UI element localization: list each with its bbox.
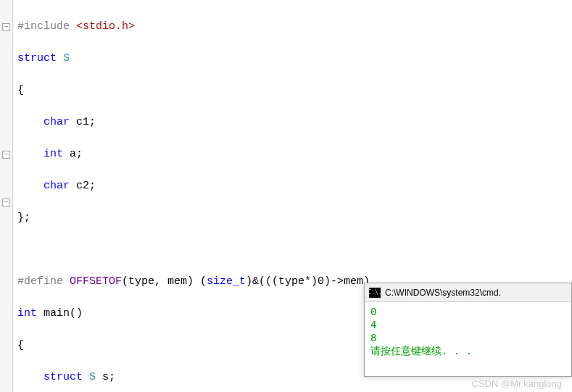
struct-type: S (83, 371, 96, 383)
macro-name: OFFSETOF (63, 275, 122, 288)
define-directive: #define (17, 275, 63, 288)
include-header: <stdio.h> (70, 20, 135, 33)
watermark: CSDN @Mr.kanglong (472, 378, 562, 389)
brace-open: { (17, 83, 572, 99)
int-keyword: int (17, 307, 37, 320)
fold-gutter: − − − (0, 0, 13, 392)
press-any-key: 请按任意键继续. . . (370, 344, 565, 357)
console-output: 0 4 8 请按任意键继续. . . (365, 302, 571, 360)
blank-line (17, 242, 572, 258)
output-line-3: 8 (370, 331, 565, 344)
macro-params: (type, mem) ( (122, 275, 207, 288)
fold-toggle-comment[interactable]: − (2, 199, 10, 207)
char-keyword: char (43, 116, 70, 128)
include-directive: #include (17, 20, 70, 33)
struct-keyword: struct (17, 52, 57, 64)
member-a: a; (63, 148, 83, 160)
console-title: C:\WINDOWS\system32\cmd. (385, 288, 501, 298)
fold-toggle-struct[interactable]: − (2, 23, 10, 31)
char-keyword: char (43, 180, 70, 192)
console-title-bar[interactable]: C:\. C:\WINDOWS\system32\cmd. (365, 283, 571, 302)
cmd-icon: C:\. (369, 288, 381, 298)
member-c1: c1; (70, 116, 96, 128)
struct-end: }; (17, 210, 572, 226)
sizet-type: size_t (207, 275, 246, 288)
main-decl: main() (37, 307, 83, 320)
member-c2: c2; (70, 180, 96, 192)
fold-toggle-main[interactable]: − (2, 151, 10, 159)
var-s: s; (96, 371, 115, 383)
console-window[interactable]: C:\. C:\WINDOWS\system32\cmd. 0 4 8 请按任意… (364, 283, 572, 377)
struct-keyword: struct (43, 371, 83, 383)
macro-body: )&(((type*)0)->mem) (246, 275, 370, 288)
output-line-2: 4 (370, 318, 565, 331)
int-keyword: int (43, 148, 63, 160)
struct-name: S (57, 52, 70, 64)
output-line-1: 0 (370, 305, 565, 318)
